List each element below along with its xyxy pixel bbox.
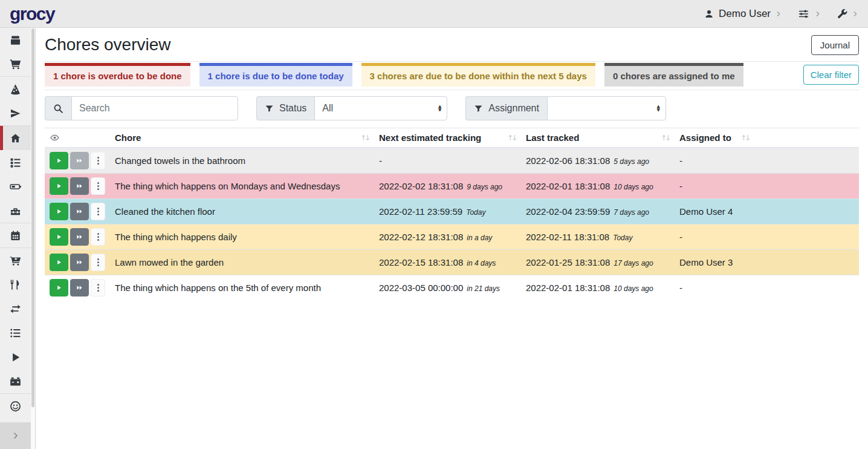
sidebar-item-consume[interactable] — [0, 272, 31, 297]
sidebar-item-shopping-list[interactable] — [0, 52, 31, 76]
sidebar-item-purchase[interactable] — [0, 248, 31, 272]
row-menu-button[interactable] — [91, 228, 105, 246]
status-card-overdue[interactable]: 1 chore is overdue to be done — [45, 63, 190, 87]
assigned-to-cell: Demo User 4 — [675, 198, 754, 224]
home-icon — [10, 133, 21, 144]
fast-forward-icon — [76, 208, 83, 215]
sidebar-item-transfer[interactable] — [0, 297, 31, 321]
skip-chore-button[interactable] — [70, 228, 89, 246]
sidebar-item-tasks[interactable] — [0, 150, 31, 174]
assigned-to-cell: - — [675, 148, 754, 173]
user-menu[interactable]: Demo User — [704, 8, 782, 20]
user-name: Demo User — [719, 8, 771, 20]
sidebar-item-user-dashboard[interactable] — [0, 394, 31, 418]
play-icon — [10, 352, 21, 363]
status-select[interactable]: All ▲▼ — [314, 96, 447, 120]
sidebar-scrollbar[interactable] — [31, 28, 35, 449]
smiley-icon — [10, 401, 21, 412]
cart-icon — [10, 59, 21, 70]
skip-chore-button[interactable] — [70, 177, 89, 195]
logo[interactable]: grocy — [10, 5, 54, 23]
row-menu-button[interactable] — [91, 152, 105, 169]
table-row: The thing which happens on the 5th of ev… — [45, 275, 859, 300]
pizza-icon — [10, 84, 21, 95]
sidebar-item-batteries-overview[interactable] — [0, 174, 31, 198]
assigned-to-cell: - — [675, 275, 754, 300]
next-estimated-tracking-cell: 2022-02-12 18:31:08in a day — [374, 224, 521, 249]
row-menu-button[interactable] — [91, 254, 105, 271]
scrollbar-thumb[interactable] — [31, 28, 34, 407]
column-visibility-header[interactable] — [45, 128, 110, 148]
user-icon — [704, 9, 714, 19]
skip-chore-button[interactable] — [70, 203, 89, 220]
row-actions — [45, 275, 110, 300]
assigned-to-cell: - — [675, 173, 754, 198]
track-chore-execution-button[interactable] — [50, 152, 68, 169]
admin-menu[interactable] — [837, 8, 858, 19]
sidebar-item-stock-overview[interactable] — [0, 28, 31, 52]
next-estimated-tracking-cell: 2022-02-11 23:59:59Today — [374, 198, 521, 224]
row-actions — [45, 224, 110, 249]
row-menu-button[interactable] — [91, 177, 105, 195]
column-header-assigned-to[interactable]: Assigned to↑↓ — [675, 128, 754, 148]
play-icon — [56, 157, 62, 164]
kebab-menu-icon — [97, 160, 99, 162]
sidebar-item-chores-overview[interactable] — [0, 126, 31, 150]
track-chore-execution-button[interactable] — [50, 228, 68, 246]
track-chore-execution-button[interactable] — [50, 254, 68, 271]
sidebar-item-calendar[interactable] — [0, 223, 31, 247]
row-menu-button[interactable] — [91, 279, 105, 297]
sidebar-collapse-toggle[interactable] — [0, 422, 31, 449]
play-icon — [56, 183, 62, 189]
skip-chore-button[interactable] — [70, 152, 89, 169]
top-navbar: grocy Demo User — [0, 0, 868, 28]
track-chore-execution-button[interactable] — [50, 279, 68, 297]
column-header-last-tracked[interactable]: Last tracked↑↓ — [521, 128, 675, 148]
column-header-filler — [754, 128, 859, 148]
column-header-chore[interactable]: Chore↑↓ — [110, 128, 374, 148]
search-input[interactable] — [71, 96, 238, 120]
status-card-due-today[interactable]: 1 chore is due to be done today — [199, 63, 352, 87]
skip-chore-button[interactable] — [70, 254, 89, 271]
calendar-icon — [10, 230, 21, 241]
assignment-filter-addon: Assignment — [465, 96, 547, 120]
track-chore-execution-button[interactable] — [50, 203, 68, 220]
row-menu-button[interactable] — [91, 203, 105, 220]
chore-name: Changed towels in the bathroom — [110, 148, 374, 173]
chore-name: Cleaned the kitchen floor — [110, 198, 374, 224]
last-tracked-cell: 2022-02-06 18:31:085 days ago — [521, 148, 675, 173]
sort-icon: ↑↓ — [661, 134, 669, 142]
filler-cell — [754, 173, 859, 198]
sidebar — [0, 28, 36, 449]
filter-icon — [474, 104, 483, 113]
fast-forward-icon — [76, 284, 83, 291]
chores-table: Chore↑↓ Next estimated tracking↑↓ Last t… — [45, 128, 859, 300]
page-title: Chores overview — [45, 33, 171, 57]
chore-name: Lawn mowed in the garden — [110, 249, 374, 275]
journal-button[interactable]: Journal — [811, 35, 859, 55]
sidebar-item-meal-plan[interactable] — [0, 101, 31, 125]
car-battery-icon — [10, 376, 21, 387]
sidebar-item-inventory[interactable] — [0, 321, 31, 345]
row-actions — [45, 148, 110, 173]
clear-filter-button[interactable]: Clear filter — [803, 65, 859, 85]
filters-row: Status All ▲▼ Assignment ▲▼ — [45, 90, 859, 128]
chore-name: The thing which happens daily — [110, 224, 374, 249]
table-row: Changed towels in the bathroom - 2022-02… — [45, 148, 859, 173]
track-chore-execution-button[interactable] — [50, 177, 68, 195]
table-header-row: Chore↑↓ Next estimated tracking↑↓ Last t… — [45, 128, 859, 148]
settings-menu[interactable] — [797, 8, 821, 19]
table-row: The thing which happens daily 2022-02-12… — [45, 224, 859, 249]
sidebar-item-equipment[interactable] — [0, 198, 31, 223]
sidebar-item-recipes[interactable] — [0, 77, 31, 101]
status-card-due-soon[interactable]: 3 chores are due to be done within the n… — [361, 63, 595, 87]
sidebar-item-chore-tracking[interactable] — [0, 345, 31, 369]
column-header-next-estimated-tracking[interactable]: Next estimated tracking↑↓ — [374, 128, 521, 148]
assignment-select[interactable]: ▲▼ — [547, 96, 666, 120]
kebab-menu-icon — [97, 185, 99, 187]
status-filter-label: Status — [279, 103, 306, 114]
exchange-icon — [10, 303, 21, 315]
status-card-assigned-to-me[interactable]: 0 chores are assigned to me — [604, 63, 743, 87]
skip-chore-button[interactable] — [70, 279, 89, 297]
sidebar-item-battery-tracking[interactable] — [0, 369, 31, 393]
